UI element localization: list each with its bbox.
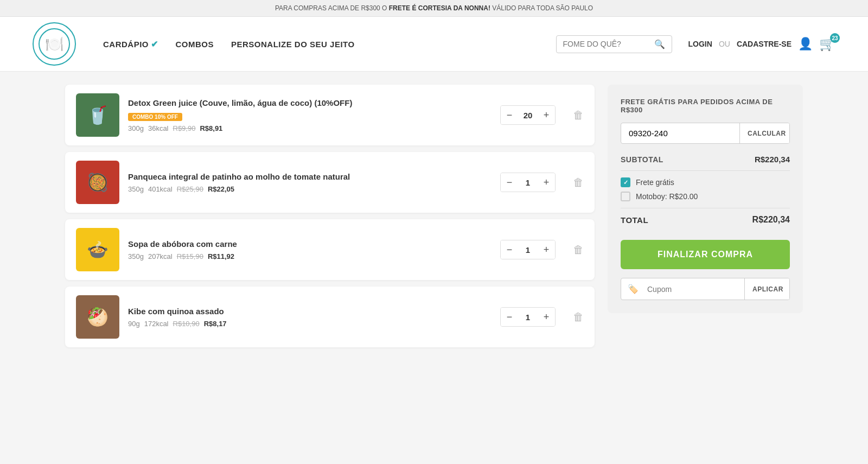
- qty-control-1: − 1 +: [500, 173, 556, 192]
- login-link[interactable]: LOGIN: [688, 40, 712, 48]
- motoboy-row: Motoboy: R$20.00: [621, 192, 790, 201]
- frete-gratis-row: Frete grátis: [621, 177, 790, 187]
- item-image-0: 🥤: [76, 93, 119, 137]
- sidebar-card: FRETE GRÁTIS PARA PEDIDOS ACIMA DE R$300…: [608, 85, 803, 313]
- item-weight-0: 300g: [128, 124, 144, 132]
- logo[interactable]: 🍽️: [33, 22, 76, 66]
- item-name-1: Panqueca integral de patinho ao molho de…: [128, 171, 492, 182]
- cardapio-label: CARDÁPIO: [103, 40, 149, 49]
- qty-control-0: − 20 +: [500, 105, 556, 125]
- banner-highlight: FRETE É CORTESIA DA NONNA!: [389, 4, 490, 12]
- nav-cardapio[interactable]: CARDÁPIO ✔: [103, 39, 158, 49]
- auth-separator: OU: [719, 40, 730, 48]
- cep-row: CALCULAR: [621, 123, 790, 144]
- qty-decrease-3[interactable]: −: [501, 308, 518, 326]
- banner-text: PARA COMPRAS ACIMA DE R$300 O: [275, 4, 389, 12]
- item-price-2: R$11,92: [208, 252, 234, 260]
- delete-item-3[interactable]: 🗑: [573, 311, 584, 323]
- auth-area: LOGIN OU CADASTRE-SE 👤 🛒 23: [688, 36, 835, 52]
- qty-increase-3[interactable]: +: [538, 308, 555, 326]
- aplicar-button[interactable]: APLICAR: [744, 278, 790, 300]
- cart-badge: 23: [830, 33, 840, 43]
- calcular-button[interactable]: CALCULAR: [739, 123, 790, 143]
- svg-text:🍽️: 🍽️: [45, 35, 64, 53]
- user-icon[interactable]: 👤: [798, 37, 813, 51]
- frete-gratis-checkbox[interactable]: [621, 177, 630, 187]
- coupon-icon: 🏷️: [621, 278, 645, 300]
- qty-increase-1[interactable]: +: [538, 173, 555, 192]
- item-details-3: Kibe com quinoa assado 90g 172kcal R$10,…: [128, 306, 492, 328]
- item-details-2: Sopa de abóbora com carne 350g 207kcal R…: [128, 239, 492, 261]
- item-meta-3: 90g 172kcal R$10,90 R$8,17: [128, 320, 492, 328]
- subtotal-row: SUBTOTAL R$220,34: [621, 155, 790, 164]
- subtotal-label: SUBTOTAL: [621, 155, 663, 164]
- item-details-0: Detox Green juice (Couve, limão, água de…: [128, 98, 492, 133]
- finalize-button[interactable]: FINALIZAR COMPRA: [621, 240, 790, 269]
- combos-label: COMBOS: [176, 40, 214, 49]
- search-box[interactable]: 🔍: [556, 35, 672, 53]
- item-image-3: 🥙: [76, 295, 119, 339]
- nav-personalize[interactable]: PERSONALIZE DO SEU JEITO: [231, 40, 355, 49]
- item-calories-1: 401kcal: [148, 185, 173, 193]
- total-row: TOTAL R$220,34: [621, 215, 790, 225]
- divider-1: [621, 170, 790, 171]
- item-weight-2: 350g: [128, 252, 144, 260]
- item-meta-0: 300g 36kcal R$9,90 R$8,91: [128, 124, 492, 132]
- item-calories-2: 207kcal: [148, 252, 173, 260]
- main-nav: CARDÁPIO ✔ COMBOS PERSONALIZE DO SEU JEI…: [103, 39, 540, 49]
- qty-control-3: − 1 +: [500, 307, 556, 327]
- item-meta-2: 350g 207kcal R$15,90 R$11,92: [128, 252, 492, 260]
- qty-increase-2[interactable]: +: [538, 240, 555, 259]
- qty-decrease-1[interactable]: −: [501, 173, 518, 192]
- subtotal-value: R$220,34: [755, 155, 790, 164]
- logo-area[interactable]: 🍽️: [33, 22, 76, 66]
- qty-decrease-0[interactable]: −: [501, 106, 518, 124]
- coupon-input[interactable]: [645, 278, 744, 300]
- delete-item-0[interactable]: 🗑: [573, 109, 584, 122]
- search-icon: 🔍: [654, 39, 665, 49]
- cep-input[interactable]: [621, 123, 739, 143]
- qty-increase-0[interactable]: +: [538, 106, 555, 124]
- personalize-label: PERSONALIZE DO SEU JEITO: [231, 40, 355, 49]
- cardapio-check-icon: ✔: [151, 39, 158, 49]
- cart-item: 🍲 Sopa de abóbora com carne 350g 207kcal…: [65, 219, 595, 280]
- cart-item: 🥤 Detox Green juice (Couve, limão, água …: [65, 85, 595, 145]
- motoboy-checkbox[interactable]: [621, 192, 630, 201]
- item-original-price-2: R$15,90: [177, 252, 203, 260]
- item-name-2: Sopa de abóbora com carne: [128, 239, 492, 250]
- item-image-2: 🍲: [76, 228, 119, 271]
- qty-decrease-2[interactable]: −: [501, 240, 518, 259]
- delete-item-1[interactable]: 🗑: [573, 176, 584, 189]
- delete-item-2[interactable]: 🗑: [573, 244, 584, 256]
- item-price-3: R$8,17: [204, 320, 227, 328]
- qty-value-1: 1: [518, 178, 538, 187]
- nav-combos[interactable]: COMBOS: [176, 40, 214, 49]
- banner-suffix: VÁLIDO PARA TODA SÃO PAULO: [490, 4, 593, 12]
- register-link[interactable]: CADASTRE-SE: [737, 40, 792, 48]
- coupon-row: 🏷️ APLICAR: [621, 278, 790, 300]
- item-weight-3: 90g: [128, 320, 140, 328]
- cart-item: 🥘 Panqueca integral de patinho ao molho …: [65, 152, 595, 213]
- qty-value-0: 20: [518, 111, 538, 120]
- logo-svg: 🍽️: [38, 28, 71, 60]
- cart-items-list: 🥤 Detox Green juice (Couve, limão, água …: [65, 85, 595, 347]
- total-label: TOTAL: [621, 215, 648, 225]
- top-banner: PARA COMPRAS ACIMA DE R$300 O FRETE É CO…: [0, 0, 868, 17]
- item-original-price-0: R$9,90: [173, 124, 196, 132]
- qty-value-2: 1: [518, 245, 538, 255]
- search-input[interactable]: [563, 40, 650, 48]
- item-price-1: R$22,05: [208, 185, 234, 193]
- total-value: R$220,34: [752, 215, 790, 225]
- item-calories-3: 172kcal: [144, 320, 169, 328]
- item-original-price-1: R$25,90: [177, 185, 203, 193]
- item-details-1: Panqueca integral de patinho ao molho de…: [128, 171, 492, 194]
- item-name-3: Kibe com quinoa assado: [128, 306, 492, 317]
- motoboy-label: Motoboy: R$20.00: [636, 192, 698, 201]
- item-calories-0: 36kcal: [148, 124, 169, 132]
- frete-gratis-label: Frete grátis: [636, 178, 674, 187]
- item-badge-0: COMBO 10% OFF: [128, 113, 182, 121]
- main-layout: 🥤 Detox Green juice (Couve, limão, água …: [33, 72, 835, 360]
- item-meta-1: 350g 401kcal R$25,90 R$22,05: [128, 185, 492, 193]
- item-image-1: 🥘: [76, 161, 119, 204]
- cart-button[interactable]: 🛒 23: [819, 36, 835, 52]
